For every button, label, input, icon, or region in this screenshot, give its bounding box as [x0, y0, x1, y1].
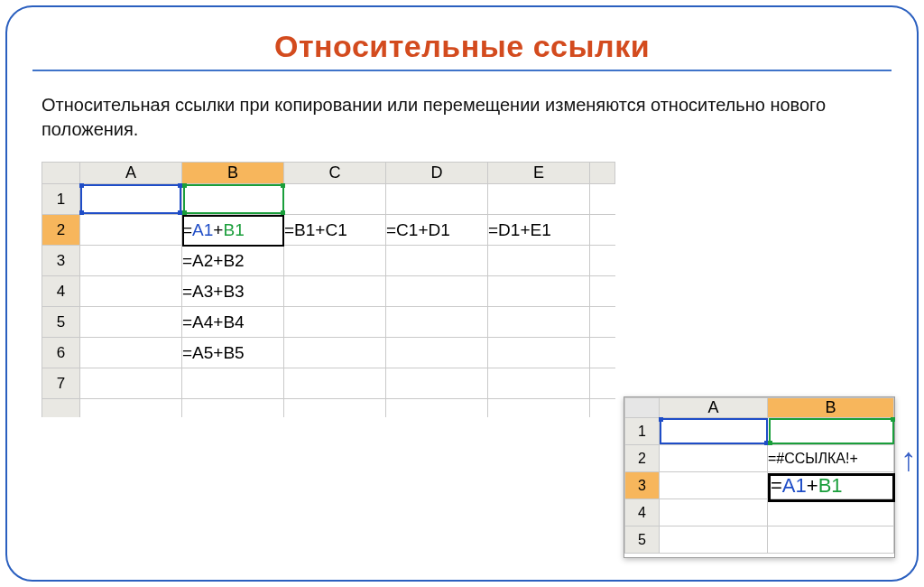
small-cell-b2[interactable]: =#ССЫЛКА!+ [768, 445, 894, 472]
cell-b3[interactable]: =A2+B2 [182, 246, 284, 276]
main-spreadsheet: A B C D E 1 2 =A1+B1 =B1+C1 [42, 162, 615, 417]
cell-d4[interactable] [386, 276, 488, 307]
small-cell-a5[interactable] [660, 526, 768, 554]
cell-c3[interactable] [284, 246, 386, 276]
small-row-header-2: 2 [625, 445, 660, 472]
cell-a6[interactable] [80, 338, 182, 368]
row-5: 5 =A4+B4 [42, 307, 615, 338]
row-4: 4 =A3+B3 [42, 276, 615, 307]
small-ref-b1: B1 [818, 474, 843, 497]
cell-c6[interactable] [284, 338, 386, 368]
cell-c2[interactable]: =B1+C1 [284, 215, 386, 246]
small-cell-a3[interactable] [660, 472, 768, 499]
cell-e5[interactable] [488, 307, 590, 338]
row-2: 2 =A1+B1 =B1+C1 =C1+D1 =D1+E1 [42, 215, 615, 246]
cell-a3[interactable] [80, 246, 182, 276]
arrow-up-icon: ↑ [901, 441, 917, 479]
cell-e3[interactable] [488, 246, 590, 276]
cell-d7[interactable] [386, 368, 488, 399]
row-header-7: 7 [42, 368, 80, 399]
row-3: 3 =A2+B2 [42, 246, 615, 276]
col-header-b: B [182, 163, 284, 184]
cell-e7[interactable] [488, 368, 590, 399]
small-spreadsheet-panel: A B 1 2 =#ССЫЛКА!+ 3 =A1+B1 4 [624, 396, 895, 558]
small-cell-b1[interactable] [768, 418, 894, 445]
small-cell-a4[interactable] [660, 499, 768, 526]
small-row-1: 1 [625, 418, 894, 445]
small-cell-a2[interactable] [660, 445, 768, 472]
eq-sign: = [182, 220, 192, 239]
cell-d5[interactable] [386, 307, 488, 338]
small-row-header-5: 5 [625, 526, 660, 554]
cell-b4[interactable]: =A3+B3 [182, 276, 284, 307]
ref-a1: A1 [192, 220, 213, 239]
small-row-3: 3 =A1+B1 [625, 472, 894, 499]
small-spreadsheet: A B 1 2 =#ССЫЛКА!+ 3 =A1+B1 4 [624, 397, 894, 554]
cell-c5[interactable] [284, 307, 386, 338]
cell-spill-5 [590, 307, 615, 338]
col-header-spill [590, 163, 615, 184]
cell-e6[interactable] [488, 338, 590, 368]
small-row-header-1: 1 [625, 418, 660, 445]
cell-a4[interactable] [80, 276, 182, 307]
small-cell-b4[interactable] [768, 499, 894, 526]
small-row-2: 2 =#ССЫЛКА!+ [625, 445, 894, 472]
cell-d3[interactable] [386, 246, 488, 276]
title-divider [32, 70, 892, 71]
cell-b7[interactable] [182, 368, 284, 399]
cell-a1[interactable] [80, 184, 182, 215]
cell-spill-4 [590, 276, 615, 307]
cell-spill-6 [590, 338, 615, 368]
row-header-2: 2 [42, 215, 80, 246]
row-cutoff [42, 399, 615, 417]
cell-b2[interactable]: =A1+B1 [182, 215, 284, 246]
small-col-header-a: A [660, 398, 768, 418]
cell-a5[interactable] [80, 307, 182, 338]
row-header-3: 3 [42, 246, 80, 276]
cell-a2[interactable] [80, 215, 182, 246]
ref-b1: B1 [223, 220, 244, 239]
small-col-header-b: B [768, 398, 894, 418]
row-header-cut [42, 399, 80, 417]
cell-c4[interactable] [284, 276, 386, 307]
cell-b1[interactable] [182, 184, 284, 215]
cell-d2[interactable]: =C1+D1 [386, 215, 488, 246]
small-eq-sign: = [771, 474, 782, 497]
col-header-a: A [80, 163, 182, 184]
row-6: 6 =A5+B5 [42, 338, 615, 368]
cell-spill-1 [590, 184, 615, 215]
row-header-4: 4 [42, 276, 80, 307]
small-row-5: 5 [625, 526, 894, 554]
small-ref-a1: A1 [782, 474, 807, 497]
cell-a7[interactable] [80, 368, 182, 399]
small-cell-b5[interactable] [768, 526, 894, 554]
cell-b6[interactable]: =A5+B5 [182, 338, 284, 368]
small-plus-sign: + [807, 474, 818, 497]
description-text: Относительная ссылки при копировании или… [42, 93, 884, 142]
page-title: Относительные ссылки [40, 29, 884, 64]
cell-spill-2 [590, 215, 615, 246]
cell-c1[interactable] [284, 184, 386, 215]
cell-e1[interactable] [488, 184, 590, 215]
cell-d6[interactable] [386, 338, 488, 368]
col-header-e: E [488, 163, 590, 184]
small-cell-a1[interactable] [660, 418, 768, 445]
cell-c7[interactable] [284, 368, 386, 399]
row-7: 7 [42, 368, 615, 399]
cell-e2[interactable]: =D1+E1 [488, 215, 590, 246]
row-header-1: 1 [42, 184, 80, 215]
cell-b5[interactable]: =A4+B4 [182, 307, 284, 338]
column-header-row: A B C D E [42, 163, 615, 184]
col-header-d: D [386, 163, 488, 184]
cell-d1[interactable] [386, 184, 488, 215]
cell-e4[interactable] [488, 276, 590, 307]
col-header-c: C [284, 163, 386, 184]
small-cell-b3[interactable]: =A1+B1 [768, 472, 894, 499]
row-header-6: 6 [42, 338, 80, 368]
cell-spill-7 [590, 368, 615, 399]
small-row-header-4: 4 [625, 499, 660, 526]
small-col-header-row: A B [625, 398, 894, 418]
cell-spill-3 [590, 246, 615, 276]
row-header-5: 5 [42, 307, 80, 338]
small-row-4: 4 [625, 499, 894, 526]
